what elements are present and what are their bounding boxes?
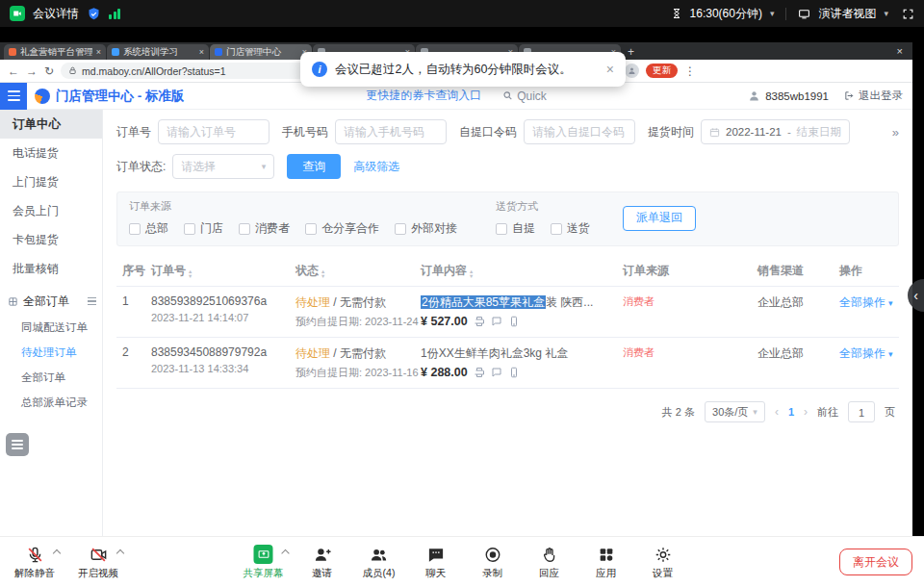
site-lock-icon[interactable] bbox=[68, 66, 77, 75]
tab-close-icon[interactable]: × bbox=[199, 47, 204, 57]
shield-check-icon[interactable] bbox=[87, 7, 101, 21]
next-page-icon[interactable]: › bbox=[804, 405, 808, 419]
checkbox-consumer[interactable]: 消费者 bbox=[239, 220, 290, 237]
page-size-select[interactable]: 30条/页 ▾ bbox=[705, 401, 765, 422]
checkbox-warehouse-coop[interactable]: 仓分享合作 bbox=[305, 220, 379, 237]
checkbox-store[interactable]: 门店 bbox=[184, 220, 223, 237]
prev-page-icon[interactable]: ‹ bbox=[775, 405, 779, 419]
members-button[interactable]: 成员(4) bbox=[358, 544, 400, 580]
order-price: ¥ 288.00 bbox=[421, 366, 468, 379]
forward-icon[interactable]: → bbox=[26, 64, 38, 78]
reload-icon[interactable]: ↻ bbox=[44, 64, 54, 78]
record-button[interactable]: 录制 bbox=[472, 544, 514, 580]
double-arrow-icon[interactable]: » bbox=[892, 125, 899, 140]
message-icon[interactable] bbox=[491, 316, 502, 327]
sidebar-item-city-delivery[interactable]: 同城配送订单 bbox=[0, 315, 102, 340]
sidebar-item-hq-dispatch[interactable]: 总部派单记录 bbox=[0, 390, 102, 415]
order-number: 83859389251069376a bbox=[151, 294, 295, 308]
col-header-content[interactable]: 订单内容▴▾ bbox=[421, 263, 623, 279]
sort-icons[interactable]: ▴▾ bbox=[189, 268, 192, 278]
sidebar-panel-toggle-icon[interactable] bbox=[88, 297, 96, 306]
meeting-timer[interactable]: 16:30(60分钟) bbox=[690, 6, 762, 22]
sidebar-item-phone-pickup[interactable]: 电话提货 bbox=[0, 139, 102, 167]
banner-close-icon[interactable]: × bbox=[606, 62, 614, 77]
header-center: 更快捷的券卡查询入口 Quick bbox=[366, 88, 547, 104]
sidebar-group-all-orders[interactable]: 全部订单 bbox=[0, 288, 102, 315]
apps-button[interactable]: 应用 bbox=[585, 544, 628, 580]
hamburger-menu-button[interactable] bbox=[0, 83, 27, 110]
checkbox-icon bbox=[129, 223, 141, 235]
browser-update-button[interactable]: 更新 bbox=[646, 64, 678, 78]
cell-action: 全部操作▾ bbox=[839, 294, 897, 311]
order-no-input[interactable] bbox=[158, 119, 270, 144]
invite-button[interactable]: 邀请 bbox=[301, 544, 344, 580]
goto-page-input[interactable]: 1 bbox=[848, 401, 875, 422]
browser-tab-active[interactable]: 门店管理中心 × bbox=[210, 44, 312, 60]
all-actions-dropdown[interactable]: 全部操作▾ bbox=[839, 294, 897, 311]
sidebar-item-batch-verify[interactable]: 批量核销 bbox=[0, 254, 102, 283]
browser-profile-icon[interactable] bbox=[625, 64, 639, 78]
settings-button[interactable]: 设置 bbox=[642, 544, 684, 580]
message-icon[interactable] bbox=[491, 367, 502, 378]
cell-channel: 企业总部 bbox=[757, 345, 839, 362]
table-row[interactable]: 1 83859389251069376a 2023-11-21 14:14:07… bbox=[116, 287, 899, 338]
current-page[interactable]: 1 bbox=[788, 406, 794, 418]
tab-close-icon[interactable]: × bbox=[96, 47, 101, 57]
browser-tab[interactable]: 礼盒营销平台管理中心 × bbox=[4, 44, 106, 60]
phone-input[interactable] bbox=[335, 119, 447, 144]
view-mode-label[interactable]: 演讲者视图 bbox=[818, 6, 876, 22]
meeting-detail-label[interactable]: 会议详情 bbox=[33, 6, 79, 22]
chevron-up-icon[interactable] bbox=[53, 549, 61, 557]
pickup-code-input[interactable] bbox=[524, 119, 635, 144]
browser-tab[interactable]: 系统培训学习 × bbox=[107, 44, 209, 60]
unmute-button[interactable]: 解除静音 bbox=[12, 544, 58, 580]
date-range-picker[interactable]: 2022-11-21 - 结束日期 bbox=[701, 119, 850, 144]
order-status-select[interactable]: 请选择 ▾ bbox=[172, 154, 274, 179]
back-icon[interactable]: ← bbox=[8, 64, 19, 78]
action-label: 全部操作 bbox=[839, 345, 886, 362]
fullscreen-icon[interactable] bbox=[902, 8, 914, 20]
floating-menu-button[interactable] bbox=[6, 433, 29, 456]
phone-icon[interactable] bbox=[508, 316, 520, 327]
content-tail: 装 陕西... bbox=[546, 295, 593, 309]
chevron-up-icon[interactable] bbox=[116, 549, 124, 557]
browser-menu-icon[interactable]: ⋮ bbox=[684, 64, 696, 78]
sidebar-item-pending-orders[interactable]: 待处理订单 bbox=[0, 340, 102, 365]
view-caret-icon[interactable]: ▾ bbox=[884, 9, 888, 18]
sidebar-item-door-pickup[interactable]: 上门提货 bbox=[0, 167, 102, 196]
chat-button[interactable]: 聊天 bbox=[415, 544, 457, 580]
sidebar-item-card-pickup[interactable]: 卡包提货 bbox=[0, 225, 102, 254]
checkbox-hq[interactable]: 总部 bbox=[129, 220, 168, 237]
col-header-order-no[interactable]: 订单号▴▾ bbox=[151, 263, 295, 279]
reactions-button[interactable]: 回应 bbox=[528, 544, 571, 580]
phone-icon[interactable] bbox=[508, 367, 520, 378]
timer-caret-icon[interactable]: ▾ bbox=[770, 9, 775, 18]
chevron-up-icon[interactable] bbox=[281, 549, 289, 557]
user-account[interactable]: 8385wb1991 bbox=[748, 89, 829, 102]
sort-icons[interactable]: ▴▾ bbox=[321, 268, 324, 278]
leave-meeting-button[interactable]: 离开会议 bbox=[839, 549, 912, 575]
search-button[interactable]: 查询 bbox=[287, 154, 341, 179]
col-header-status[interactable]: 状态▴▾ bbox=[295, 263, 421, 279]
window-close-icon[interactable]: × bbox=[891, 45, 909, 57]
checkbox-icon bbox=[496, 223, 507, 235]
sidebar-item-member-visit[interactable]: 会员上门 bbox=[0, 196, 102, 225]
checkbox-external[interactable]: 外部对接 bbox=[395, 220, 457, 237]
print-icon[interactable] bbox=[474, 367, 485, 378]
table-row[interactable]: 2 83859345088979792a 2023-11-13 14:33:34… bbox=[116, 338, 899, 389]
sort-icons[interactable]: ▴▾ bbox=[470, 268, 473, 278]
share-screen-button[interactable]: 共享屏幕 bbox=[241, 544, 287, 580]
advanced-filter-link[interactable]: 高级筛选 bbox=[353, 159, 399, 175]
all-actions-dropdown[interactable]: 全部操作▾ bbox=[839, 345, 897, 362]
cell-index: 1 bbox=[116, 294, 151, 308]
sidebar-item-all-orders[interactable]: 全部订单 bbox=[0, 365, 102, 390]
checkbox-delivery[interactable]: 送货 bbox=[551, 220, 590, 237]
dispatch-return-button[interactable]: 派单退回 bbox=[623, 206, 696, 231]
checkbox-self-pickup[interactable]: 自提 bbox=[496, 220, 535, 237]
logout-button[interactable]: 退出登录 bbox=[844, 89, 903, 103]
start-video-button[interactable]: 开启视频 bbox=[75, 544, 121, 580]
quick-search[interactable]: Quick bbox=[502, 89, 547, 103]
coupon-query-link[interactable]: 更快捷的券卡查询入口 bbox=[366, 88, 481, 104]
date-start-value: 2022-11-21 bbox=[726, 126, 782, 138]
print-icon[interactable] bbox=[474, 316, 485, 327]
